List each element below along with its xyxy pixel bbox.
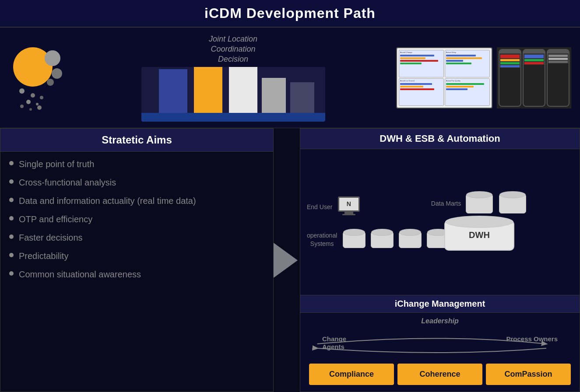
svg-point-5 (31, 93, 35, 98)
coherence-button[interactable]: Coherence (397, 364, 482, 385)
bullet-dot (9, 216, 14, 220)
svg-point-1 (45, 50, 60, 66)
strategic-aims-header: Stratetic Aims (0, 129, 273, 152)
arrow-connector (274, 128, 300, 392)
circles-graphic (9, 34, 70, 122)
right-panel: DWH & ESB & Automation End User N (300, 128, 580, 392)
svg-point-6 (40, 96, 43, 99)
compassion-button[interactable]: ComPassion (486, 364, 571, 385)
dwh-content: End User N operationalSystems (300, 149, 580, 295)
svg-point-3 (47, 79, 54, 86)
list-item: Single point of truth (9, 158, 264, 170)
end-user-label: End User (307, 203, 332, 211)
top-section: Joint Location Coordination Decision (0, 28, 580, 128)
dash-cell-3: Aircraft on Ground (399, 78, 444, 106)
arrow-svg (274, 217, 300, 304)
svg-point-9 (20, 105, 24, 108)
phone-mockups (497, 47, 571, 108)
dwh-title: DWH & ESB & Automation (309, 133, 571, 144)
data-mart-cyl-1 (466, 194, 493, 214)
bar-orange (194, 67, 222, 113)
change-agents-label: ChangeAgents (322, 335, 346, 351)
bullet-dot (9, 234, 14, 239)
list-item: Common situational awareness (9, 269, 264, 280)
svg-point-4 (19, 88, 25, 94)
ichange-header: iChange Management (300, 295, 580, 313)
list-item: Data and information actuality (real tim… (9, 195, 264, 206)
screenshots-area: Aircraft Change Arrival Delay (396, 47, 571, 108)
dash-cell-4: Actual Pax Quality (445, 78, 490, 106)
process-owners-label: Process Owners (506, 335, 558, 343)
base-platform (141, 113, 325, 122)
dwh-header: DWH & ESB & Automation (300, 129, 580, 149)
dash-cell-2: Arrival Delay (445, 50, 490, 77)
bullet-dot (9, 253, 14, 257)
data-marts-label: Data Marts (431, 200, 461, 207)
dashboard-inner: Aircraft Change Arrival Delay (397, 48, 492, 108)
data-marts-row: Data Marts (431, 194, 527, 214)
op-cyl-1 (343, 231, 366, 248)
ichange-content: Leadership (300, 313, 580, 392)
left-panel: Stratetic Aims Single point of truth Cro… (0, 128, 274, 392)
bullet-dot (9, 179, 14, 184)
aims-list: Single point of truth Cross-functional a… (0, 152, 273, 392)
ichange-arrows-svg (309, 329, 571, 359)
ichange-diagram: ChangeAgents Process Owners (309, 329, 571, 359)
bar-dark (290, 82, 314, 113)
data-mart-cyl-2 (499, 194, 526, 214)
page-title: iCDM Development Path (0, 5, 580, 21)
operational-label: operationalSystems (307, 231, 337, 247)
compliance-button[interactable]: Compliance (309, 364, 394, 385)
dwh-big-label: DWH (469, 230, 490, 240)
list-item: Predictability (9, 250, 264, 262)
main-wrapper: iCDM Development Path (0, 0, 580, 392)
end-user-row: End User N (307, 196, 377, 218)
phone-3 (547, 49, 569, 107)
header-bar: iCDM Development Path (0, 0, 580, 28)
bullet-dot (9, 161, 14, 165)
bullet-dot (9, 198, 14, 202)
phone-1 (499, 49, 521, 107)
aim-text: OTP and efficiency (19, 214, 92, 225)
list-item: Faster decisions (9, 232, 264, 243)
aim-text: Predictability (19, 250, 68, 262)
bullet-dot (9, 271, 14, 276)
phone-2 (523, 49, 545, 107)
aim-text: Cross-functional analysis (19, 177, 116, 188)
leadership-label: Leadership (309, 317, 571, 325)
aim-text: Single point of truth (19, 158, 94, 170)
bar-chart-area: Joint Location Coordination Decision (79, 34, 387, 122)
jlcd-label: Joint Location Coordination Decision (209, 34, 257, 65)
list-item: OTP and efficiency (9, 214, 264, 225)
bar-chart (141, 67, 325, 122)
list-item: Cross-functional analysis (9, 177, 264, 188)
aim-text: Faster decisions (19, 232, 83, 243)
op-cyl-3 (399, 231, 422, 248)
bar-blue-tall (159, 69, 187, 113)
dwh-big-cylinder: DWH (444, 220, 514, 251)
dashboard-screenshot: Aircraft Change Arrival Delay (396, 47, 492, 108)
dwh-section: DWH & ESB & Automation End User N (300, 128, 580, 295)
aim-text: Data and information actuality (real tim… (19, 195, 196, 206)
ichange-title: iChange Management (309, 299, 571, 309)
cc-buttons: Compliance Coherence ComPassion (309, 364, 571, 385)
svg-point-7 (26, 100, 31, 104)
svg-point-8 (36, 103, 39, 105)
strategic-aims-title: Stratetic Aims (9, 134, 264, 146)
dash-cell-1: Aircraft Change (399, 50, 444, 77)
bottom-section: Stratetic Aims Single point of truth Cro… (0, 128, 580, 392)
operational-row: operationalSystems (307, 231, 377, 248)
svg-point-2 (52, 68, 62, 79)
svg-marker-12 (274, 243, 298, 278)
aim-text: Common situational awareness (19, 269, 141, 280)
ichange-section: iChange Management Leadership (300, 295, 580, 392)
monitor-icon: N (337, 196, 361, 218)
bar-gray (262, 78, 286, 113)
bar-white (229, 67, 257, 113)
op-cyl-2 (371, 231, 394, 248)
dwh-left: End User N operationalSystems (307, 196, 377, 248)
svg-point-10 (29, 108, 32, 111)
svg-point-11 (37, 105, 42, 110)
